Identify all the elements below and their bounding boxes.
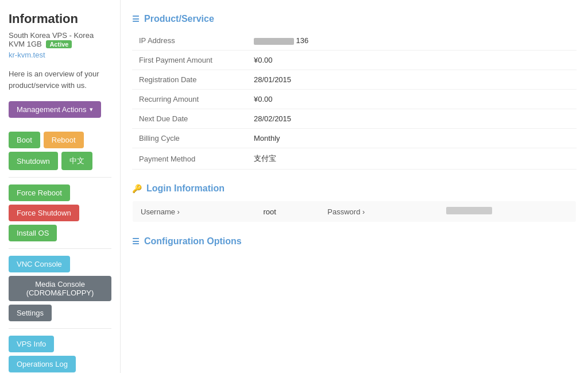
table-row: Next Due Date 28/02/2015 (132, 109, 577, 129)
domain-link[interactable]: kr-kvm.test (9, 51, 111, 59)
button-row-1: Boot Reboot Shutdown 中文 (9, 129, 111, 177)
button-row-3: VNC Console Media Console (CDROM&FLOPPY)… (9, 248, 111, 328)
config-section-title: ☰ Configuration Options (132, 236, 577, 247)
force-shutdown-button[interactable]: Force Shutdown (9, 205, 79, 221)
chinese-button[interactable]: 中文 (61, 152, 92, 170)
product-service-section-title: ☰ Product/Service (132, 14, 577, 24)
media-console-button[interactable]: Media Console (CDROM&FLOPPY) (9, 276, 111, 301)
reboot-button[interactable]: Reboot (44, 132, 84, 148)
chevron-down-icon: ▾ (90, 106, 93, 113)
login-info-table: Username › root Password › (132, 201, 577, 222)
product-name: South Korea VPS - Korea KVM 1GB Active (9, 31, 111, 48)
left-panel: Information South Korea VPS - Korea KVM … (0, 0, 121, 373)
table-row: Billing Cycle Monthly (132, 129, 577, 148)
password-blurred (446, 207, 492, 214)
vnc-console-button[interactable]: VNC Console (9, 256, 70, 272)
status-badge: Active (46, 40, 72, 48)
table-row: Username › root Password › (133, 201, 577, 222)
overview-text: Here is an overview of your product/serv… (9, 68, 111, 91)
ip-blurred (254, 38, 294, 45)
product-service-table: IP Address 136 First Payment Amount ¥0.0… (132, 31, 577, 170)
key-icon: 🔑 (132, 184, 142, 193)
page-title: Information (9, 11, 111, 26)
lines-icon: ☰ (132, 14, 140, 24)
table-row: Payment Method 支付宝 (132, 148, 577, 170)
boot-button[interactable]: Boot (9, 132, 40, 148)
shutdown-button[interactable]: Shutdown (9, 152, 58, 170)
button-row-4: VPS Info Operations Log (9, 328, 111, 373)
button-row-2: Force Reboot Force Shutdown Install OS (9, 177, 111, 248)
right-panel: ☰ Product/Service IP Address 136 First P… (121, 0, 588, 373)
table-row: Registration Date 28/01/2015 (132, 70, 577, 90)
management-actions-button[interactable]: Management Actions ▾ (9, 101, 101, 118)
install-os-button[interactable]: Install OS (9, 225, 57, 241)
table-row: First Payment Amount ¥0.00 (132, 51, 577, 70)
table-row: IP Address 136 (132, 31, 577, 51)
table-row: Recurring Amount ¥0.00 (132, 90, 577, 109)
vps-info-button[interactable]: VPS Info (9, 336, 54, 352)
login-info-section-title: 🔑 Login Information (132, 183, 577, 194)
force-reboot-button[interactable]: Force Reboot (9, 184, 70, 201)
lines-icon-2: ☰ (132, 237, 140, 246)
settings-button[interactable]: Settings (9, 305, 52, 321)
operations-log-button[interactable]: Operations Log (9, 356, 76, 372)
